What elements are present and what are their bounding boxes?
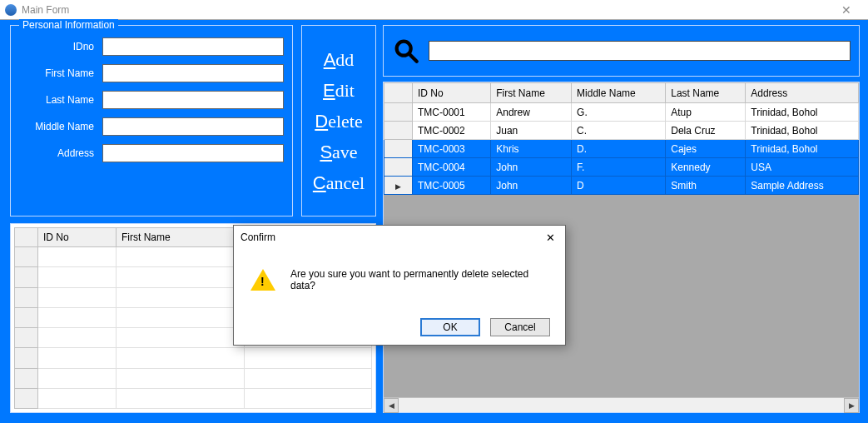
cell[interactable]: F.	[572, 158, 666, 177]
middle-name-input[interactable]	[102, 117, 284, 136]
cell[interactable]: TMC-0005	[413, 177, 491, 195]
table-row[interactable]	[15, 368, 372, 388]
row-header[interactable]	[15, 328, 38, 348]
row-header[interactable]	[384, 158, 413, 177]
cell[interactable]: Trinidad, Bohol	[746, 103, 859, 122]
cell[interactable]	[116, 267, 244, 287]
personal-info-fieldset: Personal Information IDno First Name Las…	[10, 25, 293, 216]
address-input[interactable]	[102, 144, 284, 162]
column-header[interactable]: Address	[746, 83, 859, 103]
row-header[interactable]	[384, 177, 413, 195]
column-header[interactable]: First Name	[116, 228, 244, 247]
column-header[interactable]: Middle Name	[572, 83, 666, 103]
cell[interactable]: Smith	[666, 177, 746, 195]
cell[interactable]: Cajes	[666, 140, 746, 158]
cell[interactable]	[116, 328, 244, 348]
cell[interactable]	[116, 368, 244, 388]
cell[interactable]	[116, 247, 244, 267]
cell[interactable]: D	[572, 177, 666, 195]
window-title: Main Form	[22, 4, 830, 16]
table-row[interactable]: TMC-0005JohnDSmithSample Address	[384, 177, 859, 195]
cancel-button[interactable]: Cancel	[313, 169, 365, 197]
cell[interactable]: Kennedy	[666, 158, 746, 177]
table-row[interactable]: TMC-0004JohnF.KennedyUSA	[384, 158, 859, 177]
cell[interactable]: John	[491, 177, 572, 195]
cell[interactable]	[38, 287, 117, 307]
grid-horizontal-scrollbar[interactable]: ◀ ▶	[384, 397, 859, 412]
cell[interactable]	[245, 348, 372, 368]
scroll-left-icon[interactable]: ◀	[384, 398, 399, 413]
row-header-corner	[384, 83, 413, 103]
table-row[interactable]	[15, 388, 372, 408]
last-name-label: Last Name	[19, 94, 102, 106]
table-row[interactable]	[15, 348, 372, 368]
cell[interactable]: Trinidad, Bohol	[746, 140, 859, 158]
cell[interactable]	[38, 247, 117, 267]
cell[interactable]: Khris	[491, 140, 572, 158]
cell[interactable]: Juan	[491, 122, 572, 140]
confirm-dialog: Confirm ✕ Are you sure you want to perma…	[233, 225, 566, 346]
cell[interactable]	[38, 307, 117, 327]
dialog-ok-button[interactable]: OK	[420, 318, 480, 336]
search-input[interactable]	[429, 41, 851, 61]
cell[interactable]	[245, 368, 372, 388]
cell[interactable]: Trinidad, Bohol	[746, 122, 859, 140]
cell[interactable]	[38, 388, 117, 408]
scroll-right-icon[interactable]: ▶	[844, 398, 859, 413]
cell[interactable]	[38, 368, 117, 388]
cell[interactable]: John	[491, 158, 572, 177]
table-row[interactable]: TMC-0002JuanC.Dela CruzTrinidad, Bohol	[384, 122, 859, 140]
search-panel	[383, 25, 860, 77]
row-header[interactable]	[384, 140, 413, 158]
cell[interactable]: TMC-0001	[413, 103, 491, 122]
cell[interactable]: Sample Address	[746, 177, 859, 195]
cell[interactable]: USA	[746, 158, 859, 177]
window-close-button[interactable]: ✕	[830, 3, 863, 17]
cell[interactable]: TMC-0002	[413, 122, 491, 140]
column-header[interactable]: ID No	[38, 228, 117, 247]
save-button[interactable]: Save	[320, 138, 357, 166]
column-header[interactable]: First Name	[491, 83, 572, 103]
first-name-input[interactable]	[102, 64, 284, 82]
cell[interactable]: Dela Cruz	[666, 122, 746, 140]
edit-button[interactable]: Edit	[323, 77, 355, 104]
row-header[interactable]	[15, 348, 38, 368]
cell[interactable]	[116, 388, 244, 408]
cell[interactable]	[116, 307, 244, 327]
column-header[interactable]: Last Name	[666, 83, 746, 103]
row-header[interactable]	[15, 267, 38, 287]
delete-button[interactable]: Delete	[315, 107, 362, 135]
idno-input[interactable]	[102, 37, 284, 56]
table-row[interactable]: TMC-0001AndrewG.AtupTrinidad, Bohol	[384, 103, 859, 122]
idno-label: IDno	[19, 41, 102, 52]
cell[interactable]	[38, 348, 117, 368]
cell[interactable]: TMC-0004	[413, 158, 491, 177]
row-header[interactable]	[384, 103, 413, 122]
app-icon	[5, 4, 17, 16]
cell[interactable]	[116, 287, 244, 307]
cell[interactable]: Andrew	[491, 103, 572, 122]
cell[interactable]	[245, 388, 372, 408]
cell[interactable]: TMC-0003	[413, 140, 491, 158]
cell[interactable]	[116, 348, 244, 368]
cell[interactable]: Atup	[666, 103, 746, 122]
add-button[interactable]: Add	[324, 46, 355, 73]
row-header[interactable]	[15, 388, 38, 408]
row-header[interactable]	[15, 247, 38, 267]
row-header[interactable]	[15, 287, 38, 307]
cell[interactable]: D.	[572, 140, 666, 158]
table-row[interactable]: TMC-0003KhrisD.CajesTrinidad, Bohol	[384, 140, 859, 158]
row-header[interactable]	[15, 307, 38, 327]
cell[interactable]: C.	[572, 122, 666, 140]
cell[interactable]	[38, 267, 117, 287]
last-name-input[interactable]	[102, 91, 284, 109]
dialog-message: Are you sure you want to permanently del…	[290, 268, 548, 291]
middle-name-label: Middle Name	[19, 121, 102, 132]
row-header[interactable]	[384, 122, 413, 140]
dialog-cancel-button[interactable]: Cancel	[490, 318, 550, 336]
cell[interactable]: G.	[572, 103, 666, 122]
dialog-close-button[interactable]: ✕	[543, 231, 558, 244]
row-header[interactable]	[15, 368, 38, 388]
column-header[interactable]: ID No	[413, 83, 491, 103]
cell[interactable]	[38, 328, 117, 348]
